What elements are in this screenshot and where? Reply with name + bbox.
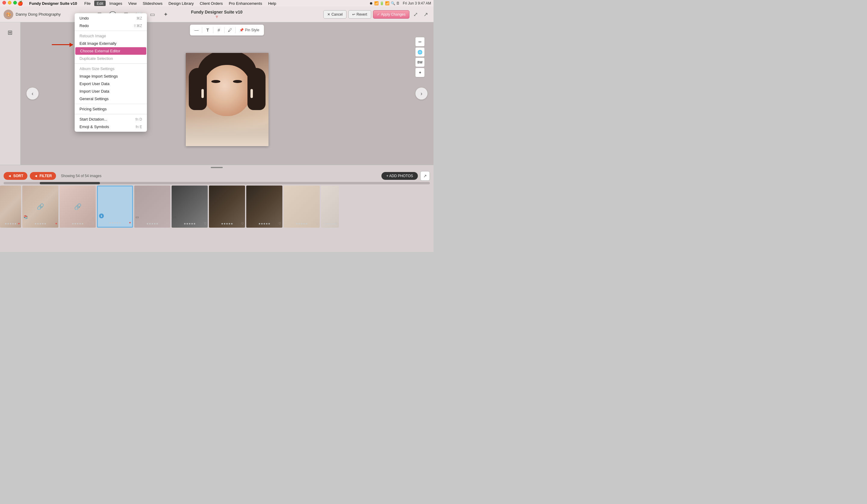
menu-retouch: Retouch Image xyxy=(75,32,147,40)
menu-dictation-shortcut: fn D xyxy=(136,117,142,121)
menu-redo[interactable]: Redo ⇧⌘Z xyxy=(75,22,147,30)
menu-pricing[interactable]: Pricing Settings xyxy=(75,105,147,113)
menubar-app-name[interactable]: Fundy Designer Suite v10 xyxy=(27,1,79,6)
dropdown-overlay: Undo ⌘Z Redo ⇧⌘Z Retouch Image Edit Imag… xyxy=(0,7,434,252)
menu-redo-shortcut: ⇧⌘Z xyxy=(133,24,142,28)
traffic-lights xyxy=(2,1,17,4)
menu-choose-editor[interactable]: Choose External Editor xyxy=(75,47,146,55)
menubar-help[interactable]: Help xyxy=(266,1,279,6)
menu-undo-label: Undo xyxy=(79,16,89,20)
menu-undo[interactable]: Undo ⌘Z xyxy=(75,14,147,22)
arrow-indicator xyxy=(52,44,73,45)
separator-3 xyxy=(75,104,147,104)
separator-1 xyxy=(75,31,147,31)
menu-redo-label: Redo xyxy=(79,23,89,28)
menu-dictation[interactable]: Start Dictation... fn D xyxy=(75,116,147,123)
menubar-view[interactable]: View xyxy=(126,1,139,6)
menu-dictation-label: Start Dictation... xyxy=(79,117,107,121)
menu-general-settings-label: General Settings xyxy=(79,97,109,101)
menu-edit-externally[interactable]: Edit Image Externally xyxy=(75,40,147,47)
close-button[interactable] xyxy=(2,1,6,4)
menu-export-user-label: Export User Data xyxy=(79,81,109,86)
menubar-images[interactable]: Images xyxy=(107,1,125,6)
menu-album-size-label: Album Size Settings xyxy=(79,66,114,71)
menu-emoji-label: Emoji & Symbols xyxy=(79,124,109,129)
menu-import-user-label: Import User Data xyxy=(79,89,109,94)
arrow-line xyxy=(52,44,73,45)
menubar-slideshows[interactable]: Slideshows xyxy=(140,1,165,6)
menubar-file[interactable]: File xyxy=(82,1,93,6)
menu-choose-editor-label: Choose External Editor xyxy=(80,49,120,53)
menu-duplicate: Duplicate Selection xyxy=(75,55,147,62)
menubar-design-library[interactable]: Design Library xyxy=(166,1,196,6)
edit-menu: Undo ⌘Z Redo ⇧⌘Z Retouch Image Edit Imag… xyxy=(75,13,147,132)
menu-undo-shortcut: ⌘Z xyxy=(136,16,142,20)
datetime: Fri Jun 3 9:47 AM xyxy=(403,1,431,6)
menu-pricing-label: Pricing Settings xyxy=(79,107,107,111)
system-icons: ⏺ 📶 🔋 📶 🔍 🗓 xyxy=(370,1,400,6)
menu-image-import-label: Image Import Settings xyxy=(79,74,118,78)
menubar-right: ⏺ 📶 🔋 📶 🔍 🗓 Fri Jun 3 9:47 AM xyxy=(370,1,431,6)
menu-import-user[interactable]: Import User Data xyxy=(75,88,147,95)
menu-image-import[interactable]: Image Import Settings xyxy=(75,73,147,80)
menu-duplicate-label: Duplicate Selection xyxy=(79,56,113,61)
menubar-client-orders[interactable]: Client Orders xyxy=(197,1,225,6)
menu-emoji-shortcut: fn E xyxy=(136,125,142,129)
menu-emoji[interactable]: Emoji & Symbols fn E xyxy=(75,123,147,131)
apple-menu-icon[interactable]: 🍎 xyxy=(18,1,23,6)
menu-retouch-label: Retouch Image xyxy=(79,34,106,38)
menu-edit-ext-label: Edit Image Externally xyxy=(79,41,117,46)
menubar-edit[interactable]: Edit xyxy=(94,1,106,6)
menu-general-settings[interactable]: General Settings xyxy=(75,95,147,102)
menu-album-size: Album Size Settings xyxy=(75,65,147,73)
menubar: 🍎 Fundy Designer Suite v10 File Edit Ima… xyxy=(0,0,434,7)
minimize-button[interactable] xyxy=(8,1,11,4)
fullscreen-button[interactable] xyxy=(13,1,17,4)
menubar-pro-enhancements[interactable]: Pro Enhancements xyxy=(226,1,265,6)
menu-export-user[interactable]: Export User Data xyxy=(75,80,147,88)
